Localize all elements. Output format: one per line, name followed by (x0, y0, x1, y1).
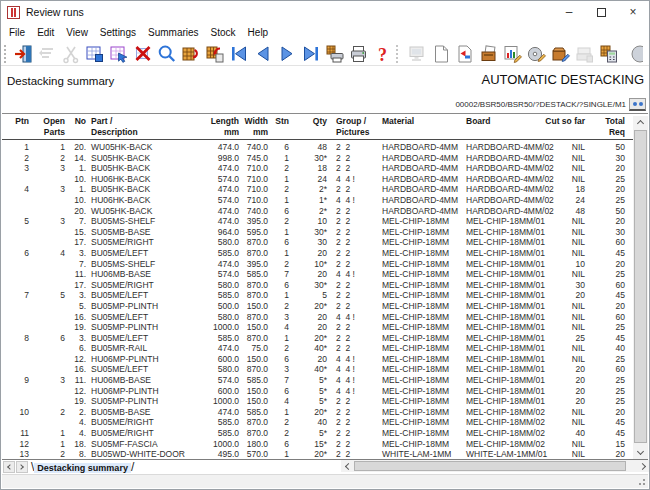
menu-settings[interactable]: Settings (94, 27, 142, 38)
cell-width-mm: 585.0 (242, 375, 270, 386)
table-row[interactable]: 12.HU06MP-PLINTH600.0150.06204 4 !MEL-CH… (2, 354, 633, 365)
table-row[interactable]: 5.BU05MP-PLINTH500.0150.0220*2 2MEL-CHIP… (2, 301, 633, 312)
print-button[interactable] (347, 43, 371, 65)
table-row[interactable]: 1120.WU05HK-BACK474.0740.06482 2HARDBOAR… (2, 142, 633, 153)
cell-length-mm: 600.0 (176, 354, 242, 365)
previous-pattern-button[interactable] (251, 43, 275, 65)
scroll-down-button[interactable] (633, 446, 648, 459)
tab-scroll-right-button[interactable] (16, 461, 28, 473)
delete-pattern-button[interactable] (131, 43, 155, 65)
table-row[interactable]: 15.SU05MB-BASE964.0595.0130*2 2MEL-CHIP-… (2, 227, 633, 238)
table-row[interactable]: 1022.BU05MB-BASE474.0585.0120*2 2MEL-CHI… (2, 407, 633, 418)
table-row[interactable]: 10.HU06HK-BACK574.0710.01244 4 !HARDBOAR… (2, 174, 633, 185)
toolbar-grip[interactable] (4, 45, 9, 63)
destacking-table: PtnOpen PartsNoPart / DescriptionLength … (2, 113, 648, 459)
table-row[interactable]: 12.HU06MP-PLINTH600.0150.065*4 4 !MEL-CH… (2, 386, 633, 397)
cell-part-description: BU05HK-BACK (86, 184, 176, 195)
table-row[interactable]: 16.SU05ME/LEFT580.0870.03204 4 !MEL-CHIP… (2, 312, 633, 323)
cell-part-description: SU05ME/LEFT (86, 364, 176, 375)
table-row[interactable]: 16.SU05ME/LEFT580.0870.0340*4 4 !MEL-CHI… (2, 364, 633, 375)
table-row[interactable]: 9311.HU06MB-BASE574.0585.075*4 4 !MEL-CH… (2, 375, 633, 386)
table-row[interactable]: 537.BU05MS-SHELF474.0395.02102 2MEL-CHIP… (2, 216, 633, 227)
menu-stock[interactable]: Stock (205, 27, 242, 38)
table-row[interactable]: 17.SU05ME/RIGHT580.0870.06302 2MEL-CHIP-… (2, 237, 633, 248)
cell-stn: 1 (270, 153, 292, 164)
cell-no: 17. (68, 237, 86, 248)
cell-width-mm: 570.0 (242, 449, 270, 459)
scroll-up-button[interactable] (633, 116, 648, 129)
menu-file[interactable]: File (3, 27, 31, 38)
exit-button[interactable] (11, 43, 35, 65)
table-row[interactable]: 753.BU05ME/LEFT585.0870.0152 2MEL-CHIP-1… (2, 290, 633, 301)
cell-cut-so-far: 30 (540, 280, 588, 291)
select-parts-button[interactable] (107, 43, 131, 65)
cell-no: 12. (68, 386, 86, 397)
table-row[interactable]: 17.SU05ME/RIGHT580.0870.0630*2 2MEL-CHIP… (2, 280, 633, 291)
cell-open-parts: 3 (32, 184, 68, 195)
cell-part-description: BU05MR-RAIL (86, 343, 176, 354)
next-pattern-button[interactable] (275, 43, 299, 65)
cell-qty: 5* (292, 386, 330, 397)
resize-grip[interactable] (636, 476, 646, 486)
horizontal-scrollbar[interactable] (341, 460, 649, 472)
vertical-scrollbar[interactable] (633, 116, 648, 459)
table-row[interactable]: 19.SU05MP-PLINTH1000.0150.045*2 2MEL-CHI… (2, 396, 633, 407)
tab-destacking-summary[interactable]: \ Destacking summary / (31, 461, 134, 473)
summary-design-button[interactable] (453, 43, 477, 65)
menu-view[interactable]: View (60, 27, 94, 38)
table-row[interactable]: 7.BU05MS-SHELF474.0395.0210*2 2MEL-CHIP-… (2, 259, 633, 270)
table-row[interactable]: 19.SU05MP-PLINTH1000.0150.04202 2MEL-CHI… (2, 322, 633, 333)
cell-width-mm: 150.0 (242, 396, 270, 407)
zoom-button[interactable] (155, 43, 179, 65)
cell-total-req: 20 (588, 449, 630, 459)
cell-stn: 4 (270, 322, 292, 333)
table-row[interactable]: 1114.BU05ME/RIGHT585.0870.025*2 2MEL-CHI… (2, 428, 633, 439)
table-row[interactable]: 331.BU05HK-BACK474.0710.02182 2HARDBOARD… (2, 163, 633, 174)
menu-help[interactable]: Help (242, 27, 275, 38)
table-row[interactable]: 12118.SU05MF-FASCIA1000.0180.0615*2 2MEL… (2, 439, 633, 450)
export-summary-button[interactable] (477, 43, 501, 65)
new-summary-button[interactable] (429, 43, 453, 65)
disk-export-button[interactable] (525, 43, 549, 65)
more-partial-button[interactable] (621, 43, 645, 65)
vertical-scroll-thumb[interactable] (634, 130, 647, 443)
help-button[interactable]: ? (371, 43, 395, 65)
cell-group-pictures: 4 4 ! (330, 195, 380, 206)
costing-button[interactable] (597, 43, 621, 65)
menu-edit[interactable]: Edit (31, 27, 60, 38)
scroll-left-button[interactable] (341, 460, 353, 472)
cell-total-req: 50 (588, 206, 630, 217)
print-pattern-button[interactable] (323, 43, 347, 65)
cell-ptn: 10 (2, 407, 32, 418)
chart-settings-button[interactable] (501, 43, 525, 65)
tab-scroll-left-button[interactable] (3, 461, 15, 473)
table-row[interactable]: 2214.SU05HK-BACK998.0745.0130*2 2HARDBOA… (2, 153, 633, 164)
stock-settings-button[interactable] (549, 43, 573, 65)
cell-group-pictures: 4 4 ! (330, 174, 380, 185)
return-offcut-button[interactable] (203, 43, 227, 65)
horizontal-scroll-thumb[interactable] (354, 461, 626, 471)
last-pattern-button[interactable] (299, 43, 323, 65)
run-browse-button[interactable] (629, 98, 646, 111)
menu-summaries[interactable]: Summaries (142, 27, 205, 38)
table-row[interactable]: 6.BU05MR-RAIL474.075.0240*2 2MEL-CHIP-18… (2, 343, 633, 354)
table-row[interactable]: 4.BU05ME/RIGHT585.0870.02402 2MEL-CHIP-1… (2, 417, 633, 428)
table-row[interactable]: 643.BU05ME/LEFT585.0870.01202 2MEL-CHIP-… (2, 248, 633, 259)
first-pattern-button[interactable] (227, 43, 251, 65)
maximize-button[interactable] (585, 1, 617, 23)
table-row[interactable]: 431.BU05HK-BACK474.0710.022*2 2HARDBOARD… (2, 184, 633, 195)
table-row[interactable]: 20.WU05HK-BACK474.0740.062*2 2HARDBOARD-… (2, 206, 633, 217)
scroll-right-button[interactable] (637, 460, 649, 472)
cell-total-req: 45 (588, 417, 630, 428)
table-row[interactable]: 11.HU06MB-BASE574.0585.07204 4 !MEL-CHIP… (2, 269, 633, 280)
review-boards-button[interactable] (179, 43, 203, 65)
close-button[interactable]: × (617, 1, 649, 23)
table-row[interactable]: 10.HU06HK-BACK574.0710.011*4 4 !HARDBOAR… (2, 195, 633, 206)
cell-length-mm: 474.0 (176, 407, 242, 418)
table-row[interactable]: 863.BU05ME/LEFT585.0870.0120*2 2MEL-CHIP… (2, 333, 633, 344)
minimize-button[interactable]: – (553, 1, 585, 23)
stock-settings-icon (551, 44, 571, 64)
table-row[interactable]: 1328.BU05WD-WHITE-DOOR495.0570.0120*2 2W… (2, 449, 633, 459)
edit-pattern-button[interactable] (83, 43, 107, 65)
cell-length-mm: 580.0 (176, 280, 242, 291)
